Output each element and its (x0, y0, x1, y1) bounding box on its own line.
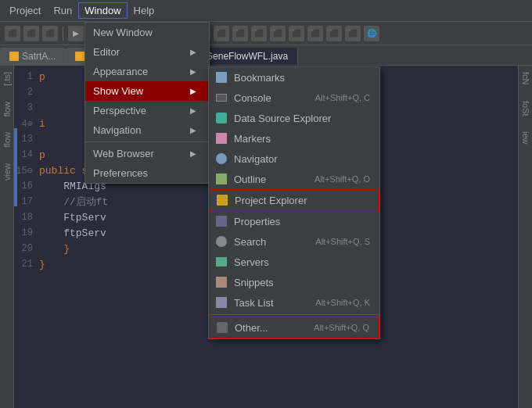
outline-label: Outline (234, 174, 308, 185)
submenu-datasource[interactable]: Data Source Explorer (209, 108, 379, 128)
toolbar-btn-4[interactable]: ▶ (68, 26, 84, 41)
console-shortcut: Alt+Shift+Q, C (315, 93, 370, 102)
navigation-label: Navigation (93, 124, 141, 136)
menu-window[interactable]: Window (78, 2, 127, 19)
line-num-14: 14 (14, 149, 39, 160)
perspective-arrow: ▶ (190, 106, 196, 115)
menu-run[interactable]: Run (47, 2, 78, 19)
projexplorer-icon (216, 194, 228, 206)
line-num-16: 16 (14, 181, 39, 191)
left-label-view: view (2, 163, 12, 181)
line-num-13: 13 (14, 134, 39, 145)
appearance-label: Appearance (93, 66, 148, 77)
submenu-other[interactable]: Other... Alt+Shift+Q, Q (209, 317, 379, 338)
submenu-outline[interactable]: Outline Alt+Shift+Q, O (209, 169, 379, 189)
line-num-17: 17 (14, 196, 39, 207)
tasklist-icon (215, 296, 228, 309)
menu-editor[interactable]: Editor ▶ (85, 42, 209, 62)
line-content-17: //启动ft (39, 195, 108, 209)
line-num-18: 18 (14, 212, 39, 223)
line-num-3: 3 (14, 102, 39, 113)
navigator-icon (215, 152, 228, 165)
toolbar-btn-16[interactable]: ⬛ (307, 26, 323, 41)
menu-perspective[interactable]: Perspective ▶ (85, 101, 209, 120)
window-dropdown: New Window Editor ▶ Appearance ▶ Show Vi… (84, 22, 210, 184)
line-num-2: 2 (14, 87, 39, 98)
left-label-ts: [.ts] (2, 72, 12, 86)
right-panel-labels: fcN foSt iew (518, 66, 532, 408)
submenu-tasklist[interactable]: Task List Alt+Shift+Q, K (209, 292, 379, 313)
toolbar-btn-3[interactable]: ⬛ (42, 26, 58, 41)
servers-label: Servers (234, 256, 364, 268)
left-panel-labels: [.ts] flow flow view (0, 66, 14, 408)
menu-appearance[interactable]: Appearance ▶ (85, 62, 209, 81)
blue-highlight-bar (14, 128, 17, 206)
submenu-project-explorer[interactable]: Project Explorer (209, 189, 379, 211)
menu-navigation[interactable]: Navigation ▶ (85, 120, 209, 140)
submenu-console[interactable]: Console Alt+Shift+Q, C (209, 88, 379, 108)
properties-label: Properties (234, 216, 364, 227)
submenu-navigator[interactable]: Navigator (209, 149, 379, 169)
appearance-arrow: ▶ (190, 67, 196, 76)
menu-project[interactable]: Project (3, 2, 47, 19)
editor-label: Editor (93, 46, 120, 58)
snippets-icon (215, 276, 228, 288)
search-label: Search (234, 236, 309, 248)
console-label: Console (234, 92, 309, 104)
show-view-arrow: ▶ (190, 87, 196, 95)
menu-help[interactable]: Help (128, 2, 161, 19)
show-view-submenu-container: Bookmarks Console Alt+Shift+Q, C Data So… (208, 66, 380, 339)
bookmarks-label: Bookmarks (234, 72, 364, 84)
search-icon (215, 235, 228, 248)
show-view-submenu: Bookmarks Console Alt+Shift+Q, C Data So… (208, 66, 380, 339)
line-num-20: 20 (14, 243, 39, 254)
navigator-label: Navigator (234, 153, 364, 165)
toolbar-btn-19[interactable]: 🌐 (364, 26, 379, 41)
menu-web-browser[interactable]: Web Browser ▶ (85, 144, 209, 163)
tab-satrta[interactable]: SatrtA... (0, 48, 66, 65)
line-content-19: ftpServ (39, 227, 106, 239)
other-label: Other... (235, 322, 307, 334)
toolbar-btn-12[interactable]: ⬛ (232, 26, 248, 41)
toolbar-btn-13[interactable]: ⬛ (251, 26, 267, 41)
snippets-label: Snippets (234, 277, 364, 288)
show-view-label: Show View (93, 85, 143, 97)
toolbar-btn-11[interactable]: ⬛ (214, 26, 229, 41)
submenu-search[interactable]: Search Alt+Shift+Q, S (209, 231, 379, 252)
tab-bar: SatrtA... ...geMainFrame.java GeneFlowWF… (0, 45, 532, 66)
outline-icon (215, 173, 228, 185)
markers-label: Markers (234, 133, 364, 145)
toolbar-btn-2[interactable]: ⬛ (23, 26, 39, 41)
ide-background: Project Run Window Help ⬛ ⬛ ⬛ ▶ ⬛ ⬛ ⬛ S … (0, 0, 532, 408)
left-label-flow: flow (2, 102, 12, 117)
toolbar-btn-17[interactable]: ⬛ (326, 26, 342, 41)
navigation-arrow: ▶ (190, 126, 196, 134)
toolbar-btn-14[interactable]: ⬛ (270, 26, 286, 41)
console-icon (215, 91, 228, 104)
submenu-markers[interactable]: Markers (209, 128, 379, 149)
projexplorer-label: Project Explorer (235, 195, 363, 206)
submenu-properties[interactable]: Properties (209, 211, 379, 231)
left-label-flow2: flow (2, 132, 12, 148)
submenu-snippets[interactable]: Snippets (209, 272, 379, 292)
submenu-servers[interactable]: Servers (209, 252, 379, 272)
line-num-4: 4⊕ (14, 118, 39, 130)
tab-icon-mainframe (75, 52, 84, 61)
editor-arrow: ▶ (190, 48, 196, 56)
menu-preferences[interactable]: Preferences (85, 163, 209, 183)
toolbar-sep-1 (63, 27, 63, 41)
datasource-icon (215, 112, 228, 124)
toolbar-btn-1[interactable]: ⬛ (5, 26, 20, 41)
outline-shortcut: Alt+Shift+Q, O (315, 174, 370, 184)
menu-sep-1 (85, 141, 209, 142)
menu-new-window[interactable]: New Window (85, 23, 209, 42)
tasklist-shortcut: Alt+Shift+Q, K (315, 298, 370, 307)
line-content-4: i (39, 118, 45, 130)
line-content-21: } (39, 259, 45, 270)
submenu-bookmarks[interactable]: Bookmarks (209, 67, 379, 88)
menu-show-view[interactable]: Show View ▶ (85, 81, 209, 101)
toolbar-btn-18[interactable]: ⬛ (345, 26, 361, 41)
line-num-19: 19 (14, 227, 39, 238)
toolbar-btn-15[interactable]: ⬛ (289, 26, 304, 41)
submenu-sep (209, 314, 379, 315)
